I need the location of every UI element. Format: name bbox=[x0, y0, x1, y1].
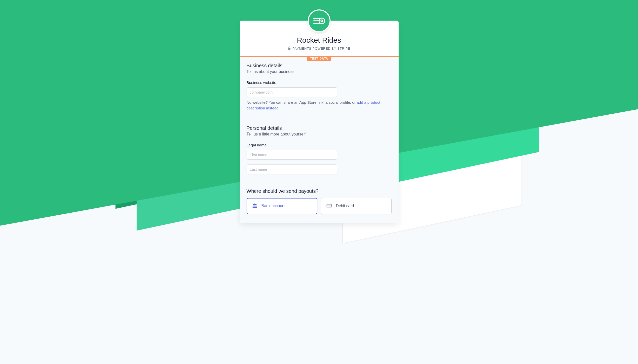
personal-details-title: Personal details bbox=[247, 125, 392, 131]
section-business-details: Business details Tell us about your busi… bbox=[240, 56, 399, 119]
legal-name-label: Legal name bbox=[247, 143, 392, 148]
brand-name: Rocket Rides bbox=[247, 36, 392, 44]
lock-icon bbox=[288, 46, 291, 50]
business-website-helper: No website? You can share an App Store l… bbox=[247, 100, 392, 111]
powered-by: PAYMENTS POWERED BY STRIPE bbox=[247, 46, 392, 50]
business-details-title: Business details bbox=[247, 63, 392, 68]
powered-by-label: PAYMENTS POWERED BY STRIPE bbox=[292, 47, 350, 50]
first-name-input[interactable] bbox=[247, 150, 337, 160]
business-details-subtitle: Tell us about your business. bbox=[247, 70, 392, 74]
personal-details-subtitle: Tell us a little more about yourself. bbox=[247, 132, 392, 136]
section-payouts: Where should we send payouts? Bank a bbox=[240, 182, 399, 223]
test-data-badge: TEST DATA bbox=[307, 56, 331, 61]
svg-rect-11 bbox=[327, 204, 331, 207]
svg-rect-6 bbox=[253, 206, 253, 207]
bank-icon bbox=[252, 203, 257, 209]
svg-rect-7 bbox=[254, 206, 254, 207]
onboarding-card: Rocket Rides PAYMENTS POWERED BY STRIPE … bbox=[240, 20, 399, 223]
svg-rect-8 bbox=[255, 206, 255, 207]
payout-debit-label: Debit card bbox=[336, 204, 354, 208]
svg-rect-9 bbox=[256, 206, 256, 207]
card-icon bbox=[327, 204, 332, 208]
payout-option-debit-card[interactable]: Debit card bbox=[321, 198, 392, 214]
payout-bank-label: Bank account bbox=[261, 204, 285, 208]
section-personal-details: Personal details Tell us a little more a… bbox=[240, 119, 399, 182]
brand-logo bbox=[308, 10, 331, 32]
svg-rect-10 bbox=[252, 207, 257, 208]
svg-point-4 bbox=[321, 20, 323, 22]
last-name-input[interactable] bbox=[247, 164, 337, 174]
business-website-input[interactable] bbox=[247, 87, 337, 97]
payout-option-bank-account[interactable]: Bank account bbox=[247, 198, 317, 214]
svg-rect-5 bbox=[288, 48, 290, 50]
payouts-title: Where should we send payouts? bbox=[247, 188, 392, 194]
business-website-label: Business website bbox=[247, 80, 392, 85]
svg-rect-12 bbox=[327, 204, 332, 205]
